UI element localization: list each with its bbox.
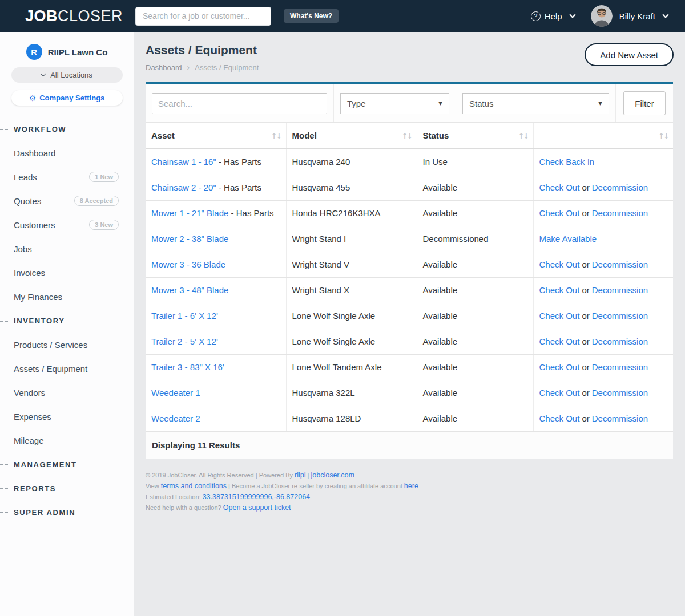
breadcrumb-dashboard-link[interactable]: Dashboard [146, 63, 182, 72]
sidebar-item-label: Jobs [14, 244, 32, 254]
add-new-asset-button[interactable]: Add New Asset [585, 43, 674, 66]
asset-link[interactable]: Chainsaw 2 - 20" [151, 183, 216, 192]
footer-link[interactable]: here [404, 482, 418, 490]
model-cell: Lone Wolf Single Axle [286, 329, 417, 354]
footer-link[interactable]: jobcloser.com [311, 471, 354, 479]
page-title: Assets / Equipment [146, 43, 259, 57]
type-select[interactable]: Type ▼ [340, 93, 449, 114]
sidebar-item-my-finances[interactable]: My Finances [0, 285, 134, 309]
sidebar-item-assets-equipment[interactable]: Assets / Equipment [0, 356, 134, 380]
column-header-asset[interactable]: Asset↑↓ [146, 123, 286, 149]
sidebar-item-dashboard[interactable]: Dashboard [0, 141, 134, 165]
action-link-secondary[interactable]: Decommission [592, 311, 648, 321]
sidebar-item-products-services[interactable]: Products / Services [0, 333, 134, 356]
action-link-secondary[interactable]: Decommission [592, 285, 648, 295]
global-search-input[interactable] [135, 7, 271, 26]
action-link-secondary[interactable]: Decommission [592, 208, 648, 218]
sort-icon[interactable]: ↑↓ [658, 131, 668, 140]
status-text: Available [423, 260, 458, 269]
model-text: Lone Wolf Single Axle [292, 337, 376, 346]
sidebar-section-reports[interactable]: REPORTS [0, 476, 134, 500]
footer-line: Estimated Location: 33.387315199999996,-… [146, 492, 674, 501]
table-row: Weedeater 2Husqvarna 128LDAvailableCheck… [146, 406, 673, 431]
model-cell: Wright Stand V [286, 252, 417, 277]
sidebar-item-invoices[interactable]: Invoices [0, 261, 134, 285]
sort-icon[interactable]: ↑↓ [402, 131, 412, 140]
help-menu[interactable]: ? Help [531, 11, 575, 21]
sidebar-section-workflow[interactable]: WORKFLOW [0, 117, 134, 141]
sidebar-item-leads[interactable]: Leads1 New [0, 165, 134, 189]
asset-link[interactable]: Weedeater 1 [151, 388, 200, 398]
locations-dropdown[interactable]: All Locations [11, 67, 123, 83]
sidebar-section-management[interactable]: MANAGEMENT [0, 452, 134, 476]
action-link-secondary[interactable]: Decommission [592, 388, 648, 398]
footer-link[interactable]: terms and conditions [161, 482, 227, 490]
asset-cell: Weedeater 2 [146, 406, 286, 431]
column-header-label: Asset [151, 131, 175, 140]
footer-link[interactable]: Open a support ticket [223, 504, 291, 512]
sidebar-section-inventory[interactable]: INVENTORY [0, 309, 134, 333]
action-link-primary[interactable]: Check Out [539, 337, 580, 346]
assets-card: Type ▼ Status ▼ Filter Asset↑↓Model↑↓Sta… [146, 82, 673, 459]
action-link-primary[interactable]: Check Out [539, 260, 580, 269]
asset-link[interactable]: Trailer 1 - 6' X 12' [151, 311, 218, 321]
action-link-primary[interactable]: Check Out [539, 183, 580, 192]
sidebar-item-jobs[interactable]: Jobs [0, 237, 134, 261]
action-link-primary[interactable]: Check Out [539, 388, 580, 398]
sort-icon[interactable]: ↑↓ [518, 131, 529, 140]
status-text: Available [423, 311, 458, 321]
action-link-primary[interactable]: Check Out [539, 414, 580, 423]
table-search-input[interactable] [152, 93, 327, 114]
action-link-primary[interactable]: Check Back In [539, 157, 595, 167]
asset-link[interactable]: Mower 3 - 36 Blade [151, 260, 225, 269]
asset-link[interactable]: Mower 3 - 48" Blade [151, 285, 228, 295]
status-select[interactable]: Status ▼ [462, 93, 609, 114]
company-settings-button[interactable]: ⚙ Company Settings [11, 90, 123, 106]
footer-link[interactable]: 33.387315199999996,-86.872064 [203, 493, 310, 501]
sidebar: R RIIPL Lawn Co All Locations ⚙ Company … [0, 32, 134, 616]
status-cell: Available [417, 252, 533, 277]
footer-link[interactable]: riipl [295, 471, 305, 479]
action-link-secondary[interactable]: Decommission [592, 414, 648, 423]
asset-link[interactable]: Trailer 3 - 83" X 16' [151, 362, 224, 372]
asset-link[interactable]: Mower 2 - 38" Blade [151, 234, 228, 244]
sidebar-item-badge: 8 Accepted [74, 196, 119, 206]
whats-new-button[interactable]: What's New? [284, 9, 339, 23]
action-link-primary[interactable]: Check Out [539, 362, 580, 372]
filter-type-cell: Type ▼ [334, 84, 456, 122]
column-header-status[interactable]: Status↑↓ [417, 123, 533, 149]
action-link-secondary[interactable]: Decommission [592, 337, 648, 346]
sidebar-item-mileage[interactable]: Mileage [0, 428, 134, 452]
action-link-primary[interactable]: Check Out [539, 285, 580, 295]
action-link-primary[interactable]: Check Out [539, 311, 580, 321]
user-name[interactable]: Billy Kraft [619, 11, 655, 21]
app-logo[interactable]: JOBCLOSER [25, 7, 111, 25]
sidebar-nav: WORKFLOWDashboardLeads1 NewQuotes8 Accep… [0, 117, 134, 524]
filter-button[interactable]: Filter [623, 91, 666, 115]
sidebar-item-quotes[interactable]: Quotes8 Accepted [0, 189, 134, 213]
user-avatar[interactable] [591, 5, 613, 27]
action-link-secondary[interactable]: Decommission [592, 260, 648, 269]
results-count: Displaying 11 Results [146, 432, 673, 459]
actions-cell: Check OutorDecommission [533, 406, 673, 431]
asset-link[interactable]: Mower 1 - 21" Blade [151, 208, 228, 218]
action-link-primary[interactable]: Check Out [539, 208, 580, 218]
asset-link[interactable]: Trailer 2 - 5' X 12' [151, 337, 218, 346]
sidebar-item-vendors[interactable]: Vendors [0, 380, 134, 404]
action-link-secondary[interactable]: Decommission [592, 183, 648, 192]
sidebar-item-customers[interactable]: Customers3 New [0, 213, 134, 237]
asset-link[interactable]: Chainsaw 1 - 16" [151, 157, 216, 167]
chevron-down-icon [569, 11, 575, 18]
column-header-model[interactable]: Model↑↓ [286, 123, 417, 149]
sidebar-section-super-admin[interactable]: SUPER ADMIN [0, 500, 134, 524]
sidebar-item-expenses[interactable]: Expenses [0, 404, 134, 428]
action-link-secondary[interactable]: Decommission [592, 362, 648, 372]
asset-link[interactable]: Weedeater 2 [151, 414, 200, 423]
column-header-actions[interactable]: ↑↓ [533, 123, 673, 149]
action-link-primary[interactable]: Make Available [539, 234, 597, 244]
asset-suffix: - Has Parts [228, 208, 273, 218]
user-chevron-down-icon[interactable] [662, 11, 668, 18]
action-separator: or [582, 362, 589, 372]
table-row: Mower 3 - 36 BladeWright Stand VAvailabl… [146, 252, 673, 277]
sort-icon[interactable]: ↑↓ [271, 131, 281, 140]
